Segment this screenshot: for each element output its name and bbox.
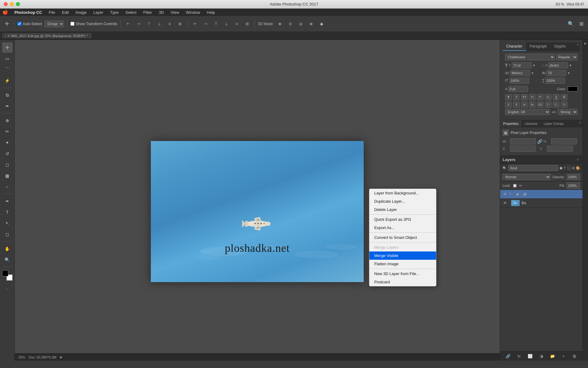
scale-h-input[interactable] bbox=[545, 78, 565, 84]
w-input[interactable] bbox=[510, 138, 536, 144]
tab-libraries[interactable]: Libraries bbox=[522, 120, 541, 127]
menu-select[interactable]: Select bbox=[122, 10, 139, 15]
layer-item[interactable]: 👁 T pl pl bbox=[500, 190, 582, 199]
superscript-btn[interactable]: T¹ bbox=[537, 94, 544, 100]
path-selection-tool[interactable]: ↖ bbox=[2, 218, 13, 228]
ctx-quick-export[interactable]: Quick Export as JPG bbox=[369, 215, 436, 224]
3d-pan-btn[interactable]: ⊙ bbox=[286, 20, 295, 28]
menu-filter[interactable]: Filter bbox=[140, 10, 155, 15]
font-size-arrow[interactable]: ▼ bbox=[533, 64, 536, 67]
delete-layer-icon[interactable]: 🗑 bbox=[571, 353, 578, 359]
3d-dolly-btn[interactable]: ◎ bbox=[296, 20, 305, 28]
menu-3d[interactable]: 3D bbox=[156, 10, 167, 15]
lock-transparent-icon[interactable]: 🔲 bbox=[512, 183, 517, 188]
opacity-input[interactable] bbox=[567, 174, 580, 180]
marquee-tool[interactable]: ▭ bbox=[2, 53, 13, 64]
hand-tool[interactable]: ✋ bbox=[2, 243, 13, 254]
lock-pixels-icon[interactable]: ✏ bbox=[519, 183, 522, 188]
maximize-button[interactable] bbox=[16, 2, 20, 6]
distribute-center-v-btn[interactable]: ≡ bbox=[232, 20, 241, 28]
eraser-tool[interactable]: ◻ bbox=[2, 159, 13, 170]
faux-italic-btn[interactable]: fl bbox=[513, 102, 520, 108]
menu-file[interactable]: File bbox=[46, 10, 58, 15]
blend-mode-select[interactable]: Normal Multiply Screen bbox=[503, 174, 551, 180]
menu-help[interactable]: Help bbox=[204, 10, 218, 15]
distribute-left-btn[interactable]: ⊢ bbox=[191, 20, 199, 28]
ctx-postcard[interactable]: Postcard bbox=[369, 278, 436, 286]
menu-image[interactable]: Image bbox=[73, 10, 90, 15]
foreground-color-swatch[interactable] bbox=[2, 270, 8, 276]
distribute-center-h-btn[interactable]: ⊣ bbox=[201, 20, 210, 28]
smallcaps-btn[interactable]: Tт bbox=[529, 94, 536, 100]
layer-adjustment-icon[interactable]: ◑ bbox=[538, 353, 545, 359]
ordinal-btn[interactable]: T↑ bbox=[545, 102, 552, 108]
dodge-tool[interactable]: ○ bbox=[2, 182, 13, 192]
x-input[interactable] bbox=[510, 146, 536, 152]
menu-type[interactable]: Type bbox=[107, 10, 122, 15]
link-wh-icon[interactable]: 🔗 bbox=[537, 139, 542, 144]
tab-layer-comps[interactable]: Layer Comps bbox=[541, 120, 567, 127]
discretionary-btn[interactable]: st bbox=[521, 102, 528, 108]
shape-tool[interactable]: ◻ bbox=[2, 229, 13, 240]
italic-btn[interactable]: T bbox=[513, 94, 520, 100]
stamp-tool[interactable]: ✦ bbox=[2, 137, 13, 148]
ctx-delete-layer[interactable]: Delete Layer bbox=[369, 205, 436, 214]
layers-search-input[interactable] bbox=[508, 165, 558, 171]
menu-app-name[interactable]: Photoshop CC bbox=[11, 10, 45, 15]
minimize-button[interactable] bbox=[10, 2, 14, 6]
y-input[interactable] bbox=[547, 146, 573, 152]
layer-visibility-icon[interactable]: 👁 bbox=[503, 192, 507, 197]
align-center-h-btn[interactable]: ⊣ bbox=[134, 20, 143, 28]
swash-btn[interactable]: fa bbox=[529, 102, 536, 108]
panel-menu-icon[interactable]: ≡ bbox=[576, 42, 580, 47]
extra-tools[interactable]: ··· bbox=[2, 284, 13, 294]
layer-mask-icon[interactable]: ⬜ bbox=[527, 353, 533, 359]
layer-fx-icon[interactable]: fx bbox=[516, 353, 522, 359]
fill-input[interactable] bbox=[567, 182, 580, 189]
lasso-tool[interactable]: ⌒ bbox=[2, 64, 13, 75]
heal-tool[interactable]: ⊕ bbox=[2, 115, 13, 126]
font-style-select[interactable]: Regular Bold Italic bbox=[556, 54, 578, 60]
transform-check[interactable] bbox=[70, 22, 74, 26]
3d-orbit-btn[interactable]: ⊕ bbox=[276, 20, 284, 28]
language-select[interactable]: English: UK English: US bbox=[505, 109, 550, 115]
layers-menu-icon[interactable]: ≡ bbox=[576, 158, 580, 162]
menu-window[interactable]: Window bbox=[183, 10, 203, 15]
tracking-arrow[interactable]: ▼ bbox=[567, 71, 570, 75]
auto-select-select[interactable]: Group Layer bbox=[44, 21, 64, 27]
distribute-bottom-btn[interactable]: ⊟ bbox=[243, 20, 251, 28]
distribute-top-btn[interactable]: ⊥ bbox=[222, 20, 231, 28]
align-center-v-btn[interactable]: ≡ bbox=[165, 20, 174, 28]
kerning-arrow[interactable]: ▼ bbox=[531, 71, 534, 75]
ctx-layer-from-bg[interactable]: Layer from Background... bbox=[369, 189, 436, 197]
ctx-3d-from-file[interactable]: New 3D Layer from File... bbox=[369, 270, 436, 278]
h-input[interactable] bbox=[551, 138, 577, 144]
ctx-export-as[interactable]: Export As... bbox=[369, 224, 436, 232]
ctx-duplicate-layer[interactable]: Duplicate Layer... bbox=[369, 197, 436, 205]
close-button[interactable] bbox=[4, 2, 8, 6]
layer-item[interactable]: 👁 Ba Ba bbox=[500, 199, 582, 208]
document-tab[interactable]: × © IMG_6617-Edit.jpg @ 25% (Background,… bbox=[2, 33, 91, 38]
eyedropper-tool[interactable]: ✒ bbox=[2, 101, 13, 111]
tab-close-icon[interactable]: × bbox=[5, 34, 6, 38]
leading-arrow[interactable]: ▼ bbox=[569, 64, 572, 67]
auto-select-check[interactable] bbox=[17, 22, 21, 26]
crop-tool[interactable]: ⧉ bbox=[2, 90, 13, 100]
font-family-select[interactable]: Chalkboard bbox=[505, 54, 555, 60]
baseline-input[interactable] bbox=[508, 86, 528, 92]
scale-v-input[interactable] bbox=[509, 78, 529, 84]
tab-paragraph[interactable]: Paragraph bbox=[526, 42, 551, 51]
font-size-input[interactable] bbox=[512, 62, 532, 68]
bold-btn[interactable]: T bbox=[505, 94, 512, 100]
ctx-flatten-image[interactable]: Flatten Image bbox=[369, 260, 436, 268]
move-tool[interactable]: ✛ bbox=[2, 42, 13, 53]
leading-input[interactable] bbox=[548, 62, 568, 68]
properties-menu-icon[interactable]: ≡ bbox=[578, 120, 582, 125]
text-color-swatch[interactable] bbox=[568, 86, 578, 91]
zoom-tool[interactable]: 🔍 bbox=[2, 255, 13, 265]
distribute-right-btn[interactable]: ⊤ bbox=[212, 20, 220, 28]
brush-tool[interactable]: ✏ bbox=[2, 126, 13, 137]
transform-controls-checkbox[interactable]: Show Transform Controls bbox=[70, 22, 117, 26]
auto-select-checkbox[interactable]: Auto-Select: bbox=[17, 22, 43, 26]
align-bottom-btn[interactable]: ⊟ bbox=[176, 20, 184, 28]
